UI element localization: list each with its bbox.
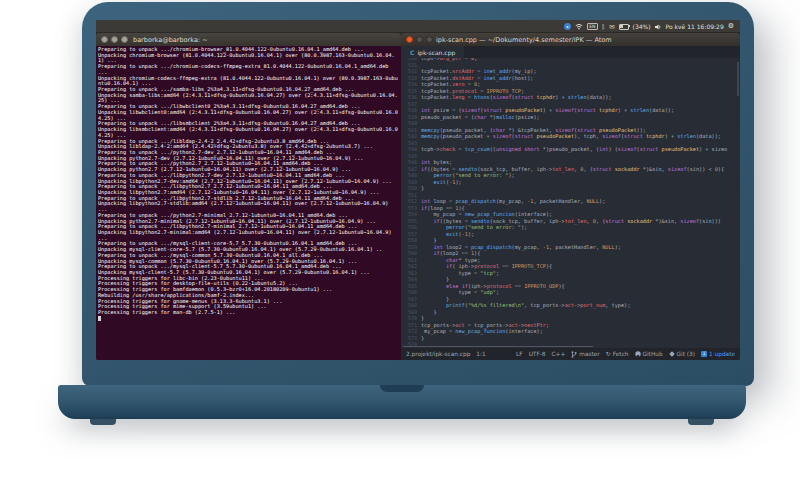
atom-status-bar: 2.projekt/ipk-scan.cpp 1:1 LFUTF-8C++mas… [401,348,740,360]
status-item-git-3-[interactable]: Git (3) [669,351,695,357]
fetch-sync-icon: ↻ [606,351,611,357]
desktop: ▸ EN ᛒ ✉ (34%) Po kvě 11 16:09 [96,20,740,360]
github-icon [635,351,641,357]
tab-label: ipk-scan.cpp [417,49,455,56]
session-gear-icon[interactable]: ⚙ [728,23,734,30]
bluetooth-icon[interactable]: ᛒ [602,24,606,30]
wifi-icon[interactable] [575,23,583,30]
laptop-base [58,385,746,419]
status-item-fetch[interactable]: ↻Fetch [606,351,629,357]
code-line: tcph->check = tcp_csum((unsigned short *… [421,146,740,153]
battery-icon[interactable] [619,24,629,30]
mail-icon[interactable]: ✉ [609,24,614,30]
atom-tab-bar: C ipk-scan.cpp [401,46,740,58]
laptop-mockup: ▸ EN ᛒ ✉ (34%) Po kvě 11 16:09 [0,0,800,477]
atom-editor[interactable]: 5305315325335345355365375385395405415425… [401,58,740,348]
terminal-maximize-button[interactable] [121,36,128,43]
code-line [421,348,740,349]
editor-code[interactable]: tcph->urg_ptr = 0;tcpPacket.srcAddr = in… [421,58,740,348]
tab-ipk-scan-cpp[interactable]: C ipk-scan.cpp [401,46,464,58]
system-tray: ▸ EN ᛒ ✉ (34%) Po kvě 11 16:09 [564,23,740,30]
update-icon: ↓ [701,351,707,357]
status-item-utf-8[interactable]: UTF-8 [529,351,546,357]
git-icon [669,351,675,357]
indicator-app-icon[interactable]: ▸ [564,23,571,30]
status-cursor-position[interactable]: 1:1 [476,351,485,357]
git-branch-icon [571,351,577,358]
atom-close-button[interactable] [406,36,413,43]
status-item-c-[interactable]: C++ [552,351,566,357]
atom-window: ipk-scan.cpp — ~/Dokumenty/4.semester/IP… [401,33,740,360]
status-item-master[interactable]: master [571,351,599,358]
terminal-minimize-button[interactable] [111,36,118,43]
atom-title: ipk-scan.cpp — ~/Dokumenty/4.semester/IP… [436,36,612,44]
terminal-window: barborka@barborka: ~ Preparing to unpack… [96,33,401,360]
status-item-1-update[interactable]: ↓1 update [701,351,735,357]
vertical-scrollbar[interactable] [737,62,739,96]
laptop-screen-frame: ▸ EN ᛒ ✉ (34%) Po kvě 11 16:09 [82,2,754,386]
battery-percentage: (34%) [633,23,651,30]
c-source-icon: C [410,49,414,56]
status-file-path[interactable]: 2.projekt/ipk-scan.cpp [406,351,470,357]
terminal-close-button[interactable] [101,36,108,43]
top-panel: ▸ EN ᛒ ✉ (34%) Po kvě 11 16:09 [96,20,740,33]
code-line: memcpy(pseudo_packet + sizeof(struct pse… [421,133,740,140]
editor-gutter: 5305315325335345355365375385395405415425… [401,58,421,348]
volume-icon[interactable] [655,24,662,30]
status-item-lf[interactable]: LF [516,351,523,357]
terminal-cursor [98,316,101,321]
terminal-title: barborka@barborka: ~ [133,36,208,44]
atom-maximize-button[interactable] [426,36,433,43]
terminal-titlebar: barborka@barborka: ~ [96,33,401,46]
atom-minimize-button[interactable] [416,36,423,43]
clock[interactable]: Po kvě 11 16:09:29 [666,23,724,30]
status-item-github[interactable]: GitHub [635,351,663,357]
terminal-output[interactable]: Preparing to unpack .../chromium-browser… [96,46,401,360]
horizontal-scrollbar[interactable] [403,346,593,348]
atom-titlebar: ipk-scan.cpp — ~/Dokumenty/4.semester/IP… [401,33,740,46]
keyboard-layout-indicator[interactable]: EN [587,23,597,30]
laptop-hinge-notch [380,385,424,392]
status-right: LFUTF-8C++master↻FetchGitHubGit (3)↓1 up… [516,351,735,358]
